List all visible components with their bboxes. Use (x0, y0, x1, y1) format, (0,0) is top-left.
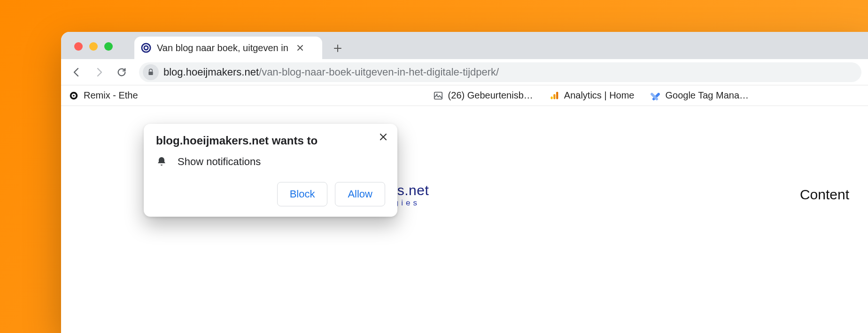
url-host: blog.hoeijmakers.net (163, 66, 259, 78)
new-tab-button[interactable] (329, 39, 347, 57)
svg-point-1 (144, 46, 148, 50)
svg-rect-10 (556, 91, 558, 99)
svg-point-7 (436, 93, 437, 95)
page-content: blog.hoeijmakers.net wants to Show notif… (61, 106, 868, 333)
browser-window: Van blog naar boek, uitgeven in (61, 32, 868, 333)
svg-point-0 (142, 44, 150, 52)
tab-strip: Van blog naar boek, uitgeven in (61, 32, 868, 59)
forward-button[interactable] (90, 63, 108, 81)
bookmark-analytics[interactable]: Analytics | Home (549, 90, 635, 101)
bookmarks-bar: Remix - Ethe (26) Gebeurtenisb… (61, 85, 868, 106)
bookmark-remix[interactable]: Remix - Ethe (69, 90, 138, 101)
toolbar: blog.hoeijmakers.net/van-blog-naar-boek-… (61, 59, 868, 85)
image-icon (433, 91, 443, 101)
bell-icon (156, 156, 168, 168)
back-button[interactable] (68, 63, 85, 81)
bookmark-label: (26) Gebeurtenisb… (448, 90, 533, 101)
svg-rect-8 (550, 96, 552, 99)
bookmark-label: Google Tag Mana… (665, 90, 749, 101)
window-close-button[interactable] (74, 42, 83, 51)
browser-tab[interactable]: Van blog naar boek, uitgeven in (134, 37, 322, 59)
bookmark-gtm[interactable]: Google Tag Mana… (650, 90, 749, 101)
nav-content-link[interactable]: Content (800, 187, 849, 203)
window-controls (74, 42, 113, 51)
gtm-icon (650, 91, 660, 101)
bookmark-gebeurtenis[interactable]: (26) Gebeurtenisb… (433, 90, 533, 101)
window-minimize-button[interactable] (89, 42, 98, 51)
svg-point-5 (73, 95, 75, 97)
tab-close-button[interactable] (296, 44, 304, 52)
tab-favicon-icon (141, 43, 151, 53)
tab-title: Van blog naar boek, uitgeven in (157, 43, 288, 53)
url-path: /van-blog-naar-boek-uitgeven-in-het-digi… (259, 66, 499, 78)
popup-permission-text: Show notifications (178, 156, 261, 168)
allow-button[interactable]: Allow (335, 182, 385, 206)
lock-icon[interactable] (143, 64, 159, 80)
popup-close-button[interactable] (377, 130, 390, 144)
url-text: blog.hoeijmakers.net/van-blog-naar-boek-… (163, 66, 499, 78)
svg-rect-2 (148, 71, 153, 75)
remix-icon (69, 91, 79, 101)
window-zoom-button[interactable] (104, 42, 113, 51)
notification-permission-popup: blog.hoeijmakers.net wants to Show notif… (144, 124, 397, 217)
svg-rect-9 (553, 94, 555, 99)
address-bar[interactable]: blog.hoeijmakers.net/van-blog-naar-boek-… (139, 62, 861, 82)
block-button[interactable]: Block (277, 182, 328, 206)
popup-actions: Block Allow (156, 182, 385, 206)
reload-button[interactable] (113, 63, 131, 81)
popup-permission-row: Show notifications (156, 156, 385, 168)
bookmark-label: Analytics | Home (564, 90, 635, 101)
popup-title: blog.hoeijmakers.net wants to (156, 134, 385, 147)
analytics-icon (549, 91, 559, 101)
bookmark-label: Remix - Ethe (84, 90, 138, 101)
